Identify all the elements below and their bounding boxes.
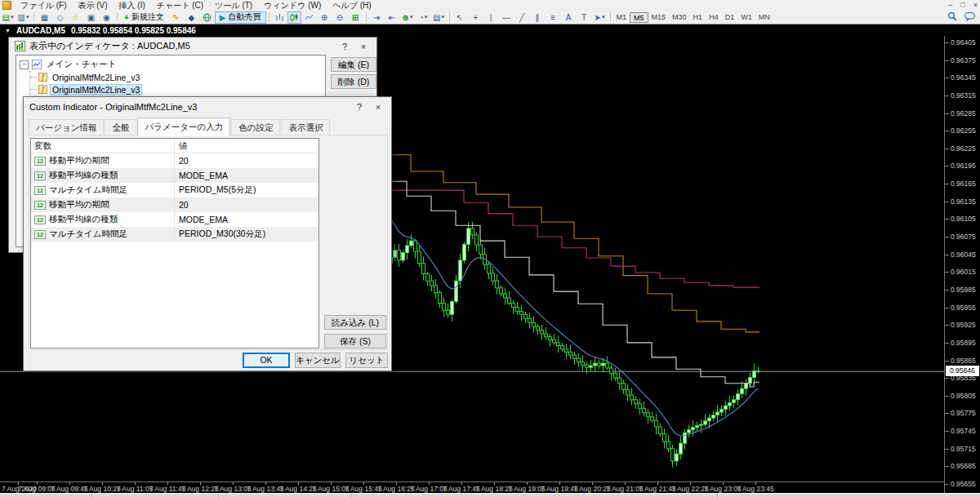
tab-visualization[interactable]: 表示選択: [281, 119, 330, 136]
chat-button[interactable]: [964, 12, 975, 21]
table-row[interactable]: 12移動平均の期間 20: [31, 153, 318, 168]
table-row[interactable]: 12移動平均の期間 20: [31, 197, 318, 212]
param-value[interactable]: MODE_EMA: [175, 171, 318, 180]
table-row[interactable]: 12マルチタイム時間足 PERIOD_M30(30分足): [31, 227, 318, 242]
tree-node-main-chart[interactable]: − メイン・チャート: [20, 58, 325, 71]
taskbar-button[interactable]: [351, 494, 718, 497]
reset-button[interactable]: リセット: [345, 353, 388, 368]
menu-help[interactable]: ヘルプ (H): [327, 0, 376, 11]
tree-collapse-icon[interactable]: −: [20, 60, 29, 69]
price-axis-tick: [945, 131, 949, 131]
param-value[interactable]: PERIOD_M30(30分足): [175, 229, 318, 240]
market-watch-button[interactable]: ▦: [37, 11, 52, 24]
channel-button[interactable]: ∥: [530, 11, 546, 24]
indicators-button[interactable]: ⊕▾: [400, 11, 416, 24]
menu-chart[interactable]: チャート (C): [151, 0, 209, 11]
menu-insert[interactable]: 挿入 (I): [114, 0, 151, 11]
timeframe-m1[interactable]: M1: [613, 12, 630, 23]
community-button[interactable]: [199, 11, 215, 24]
navigator-button[interactable]: ☆: [68, 11, 83, 24]
line-chart-button[interactable]: [301, 11, 317, 24]
chart-window-titlebar[interactable]: ▼ AUDCAD,M5 0.95832 0.95854 0.95825 0.95…: [0, 24, 980, 36]
param-value[interactable]: MODE_EMA: [175, 215, 318, 224]
tab-colors[interactable]: 色の設定: [231, 119, 280, 136]
profiles-button[interactable]: ▥▾: [16, 11, 31, 24]
tree-node-indicator-1[interactable]: ƒ OriginalMtfMc2Line_v3: [30, 71, 325, 83]
table-row[interactable]: 12移動平均線の種類 MODE_EMA: [31, 168, 318, 183]
data-window-button[interactable]: ◇: [52, 11, 68, 24]
timeframe-mn[interactable]: MN: [755, 12, 773, 23]
trendline-button[interactable]: ╱: [514, 11, 530, 24]
menu-file[interactable]: ファイル (F): [15, 0, 72, 11]
custom-indicator-dialog: Custom Indicator - OriginalMtfMc2Line_v3…: [23, 96, 392, 371]
close-button[interactable]: ×: [973, 0, 978, 10]
vertical-line-button[interactable]: |: [483, 11, 499, 24]
text-button[interactable]: A: [561, 11, 577, 24]
close-icon[interactable]: ×: [371, 102, 385, 112]
restore-button[interactable]: □: [960, 0, 964, 10]
tab-version-info[interactable]: バージョン情報: [29, 119, 104, 136]
price-axis[interactable]: 0.964050.963750.963450.963150.962850.962…: [944, 36, 980, 493]
indicator-list-dialog-titlebar[interactable]: 表示中のインディケータ : AUDCAD,M5 ? ×: [9, 38, 376, 55]
strategy-tester-button[interactable]: ◉: [99, 11, 114, 24]
terminal-button[interactable]: ▣: [83, 11, 99, 24]
search-button[interactable]: [947, 11, 957, 21]
zoom-out-button[interactable]: ⊖: [332, 11, 348, 24]
arrows-button[interactable]: ➤▾: [592, 11, 608, 24]
new-chart-button[interactable]: ▤▾: [0, 11, 16, 24]
tile-windows-button[interactable]: ⊞: [348, 11, 363, 24]
edit-button[interactable]: 編集 (E): [331, 57, 376, 72]
minimize-button[interactable]: –: [948, 0, 952, 10]
close-icon[interactable]: ×: [356, 42, 371, 51]
autotrading-button[interactable]: ▶自動売買: [215, 11, 266, 24]
custom-indicator-dialog-titlebar[interactable]: Custom Indicator - OriginalMtfMc2Line_v3…: [24, 97, 391, 117]
cancel-button[interactable]: キャンセル: [295, 353, 341, 368]
auto-scroll-button[interactable]: ⇥: [369, 11, 385, 24]
taskbar-button[interactable]: [218, 494, 352, 497]
table-row[interactable]: 12移動平均線の種類 MODE_EMA: [31, 212, 318, 227]
timeframe-w1[interactable]: W1: [737, 12, 755, 23]
taskbar-button[interactable]: [717, 494, 760, 497]
chart-shift-button[interactable]: ⇤: [385, 11, 400, 24]
experts-button[interactable]: ◆: [184, 11, 199, 24]
zoom-in-button[interactable]: ⊕: [317, 11, 332, 24]
parameters-table[interactable]: 変数 値 12移動平均の期間 20 12移動平均線の種類 MODE_EMA 12…: [30, 138, 319, 348]
tree-node-indicator-2[interactable]: ƒ OriginalMtfMc2Line_v3: [30, 83, 325, 95]
chart-dropdown-icon[interactable]: ▼: [5, 28, 11, 33]
fibonacci-button[interactable]: ≡: [546, 11, 561, 24]
menu-window[interactable]: ウィンドウ (W): [258, 0, 327, 11]
timeframe-m5[interactable]: M5: [630, 12, 648, 23]
ok-button[interactable]: OK: [243, 353, 290, 368]
param-value[interactable]: 20: [175, 156, 318, 166]
new-order-button[interactable]: +新規注文: [120, 11, 168, 24]
timeframe-d1[interactable]: D1: [722, 12, 738, 23]
horizontal-line-button[interactable]: —: [499, 11, 514, 24]
timeframe-m15[interactable]: M15: [648, 12, 670, 23]
label-button[interactable]: T: [577, 11, 592, 24]
time-axis[interactable]: 7 Aug 20207 Aug 09:057 Aug 09:457 Aug 10…: [0, 481, 944, 493]
tab-inputs[interactable]: パラメーターの入力: [137, 118, 230, 136]
taskbar-button[interactable]: [91, 494, 219, 497]
tab-common[interactable]: 全般: [105, 119, 136, 136]
help-button[interactable]: ?: [352, 102, 367, 112]
save-button[interactable]: 保存 (S): [324, 334, 386, 348]
timeframe-m30[interactable]: M30: [669, 12, 690, 23]
timeframe-h1[interactable]: H1: [690, 12, 706, 23]
periods-button[interactable]: ◔▾: [416, 11, 431, 24]
cursor-button[interactable]: ↖: [452, 11, 468, 24]
table-row[interactable]: 12マルチタイム時間足 PERIOD_M5(5分足): [31, 183, 318, 197]
param-value[interactable]: 20: [175, 200, 318, 210]
templates-button[interactable]: ▤▾: [431, 11, 447, 24]
timeframe-h4[interactable]: H4: [706, 12, 722, 23]
candlestick-chart-button[interactable]: [287, 11, 301, 24]
help-button[interactable]: ?: [337, 42, 352, 51]
bar-chart-button[interactable]: [272, 11, 287, 24]
load-button[interactable]: 読み込み (L): [324, 315, 386, 330]
price-axis-label: 0.96105: [951, 215, 976, 223]
crosshair-button[interactable]: +: [468, 11, 483, 24]
metaeditor-button[interactable]: ✎: [168, 11, 184, 24]
menu-tools[interactable]: ツール (T): [209, 0, 258, 11]
param-value[interactable]: PERIOD_M5(5分足): [175, 184, 318, 196]
menu-view[interactable]: 表示 (V): [72, 0, 113, 11]
delete-button[interactable]: 削除 (D): [331, 74, 376, 89]
